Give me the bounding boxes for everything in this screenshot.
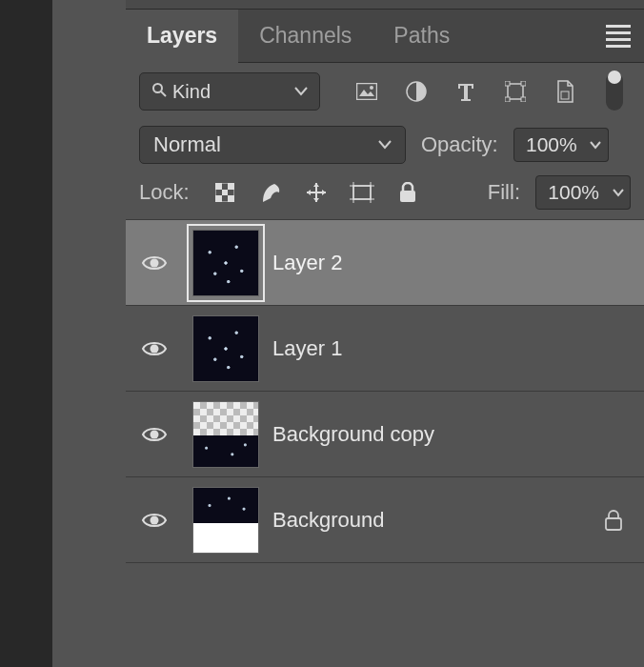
svg-rect-16 — [215, 195, 222, 202]
svg-line-1 — [161, 91, 166, 96]
layer-thumbnail[interactable] — [187, 224, 265, 302]
svg-rect-11 — [561, 91, 569, 99]
filter-type-icon[interactable] — [453, 79, 478, 104]
svg-rect-14 — [228, 183, 234, 190]
fill-label: Fill: — [488, 180, 520, 205]
svg-point-0 — [153, 84, 162, 92]
lock-all-icon[interactable] — [395, 180, 420, 205]
layer-name[interactable]: Background copy — [272, 422, 644, 447]
opacity-chevron[interactable] — [584, 128, 609, 162]
filter-type-icons — [354, 79, 577, 104]
layer-name[interactable]: Background — [272, 508, 594, 533]
svg-rect-23 — [400, 191, 415, 202]
svg-rect-7 — [505, 81, 510, 86]
svg-rect-28 — [606, 518, 621, 530]
svg-point-4 — [370, 86, 373, 90]
svg-marker-3 — [359, 90, 374, 96]
blend-row: Normal Opacity: 100% — [126, 120, 644, 170]
svg-rect-2 — [357, 84, 377, 100]
search-icon — [151, 82, 167, 102]
svg-rect-9 — [505, 97, 510, 102]
filter-row: Kind — [126, 63, 644, 120]
canvas-area — [0, 0, 52, 667]
filter-shape-icon[interactable] — [503, 79, 528, 104]
visibility-toggle[interactable] — [126, 253, 183, 273]
filter-kind-dropdown[interactable]: Kind — [139, 72, 320, 111]
visibility-toggle[interactable] — [126, 425, 183, 444]
svg-point-25 — [151, 344, 159, 353]
filter-adjustment-icon[interactable] — [404, 79, 429, 104]
filter-kind-label: Kind — [172, 81, 211, 103]
lock-image-icon[interactable] — [258, 180, 283, 205]
svg-rect-8 — [521, 81, 526, 86]
panel-tabs: Layers Channels Paths — [126, 10, 644, 63]
layer-list: Layer 2Layer 1Background copyBackground — [126, 220, 644, 563]
tab-layers[interactable]: Layers — [126, 10, 238, 63]
layer-thumbnail[interactable] — [187, 310, 265, 388]
visibility-toggle[interactable] — [126, 339, 183, 358]
layer-name[interactable]: Layer 2 — [272, 251, 644, 275]
svg-rect-10 — [521, 97, 526, 102]
blend-mode-dropdown[interactable]: Normal — [139, 126, 406, 164]
filter-toggle[interactable] — [606, 72, 623, 111]
layer-row[interactable]: Layer 1 — [126, 306, 644, 392]
layer-name[interactable]: Layer 1 — [272, 336, 644, 361]
layer-row[interactable]: Background copy — [126, 392, 644, 477]
lock-row: Lock: Fill: 100% — [126, 170, 644, 215]
opacity-value[interactable]: 100% — [513, 128, 588, 162]
filter-smartobject-icon[interactable] — [553, 79, 577, 104]
visibility-toggle[interactable] — [126, 511, 183, 530]
panel-top-strip — [126, 0, 644, 10]
lock-transparency-icon[interactable] — [212, 180, 237, 205]
svg-rect-18 — [353, 186, 371, 199]
opacity-label: Opacity: — [421, 132, 498, 157]
svg-point-27 — [151, 515, 159, 524]
svg-rect-15 — [222, 190, 228, 195]
lock-position-icon[interactable] — [304, 180, 329, 205]
fill-chevron[interactable] — [606, 175, 631, 210]
chevron-down-icon — [294, 87, 308, 96]
lock-label: Lock: — [139, 180, 190, 205]
filter-pixel-icon[interactable] — [354, 79, 379, 104]
panel-menu-icon[interactable] — [606, 21, 631, 51]
tab-channels[interactable]: Channels — [238, 10, 372, 63]
chevron-down-icon — [378, 140, 392, 150]
lock-icons — [212, 180, 420, 205]
layer-thumbnail[interactable] — [187, 395, 265, 474]
layer-row[interactable]: Background — [126, 477, 644, 563]
tab-paths[interactable]: Paths — [372, 10, 471, 63]
layer-thumbnail[interactable] — [187, 481, 265, 559]
svg-rect-13 — [215, 183, 222, 190]
svg-point-24 — [151, 258, 159, 267]
blend-mode-value: Normal — [153, 132, 221, 157]
svg-rect-17 — [228, 195, 234, 202]
svg-point-26 — [151, 430, 159, 438]
lock-icon[interactable] — [594, 510, 633, 531]
fill-value[interactable]: 100% — [535, 175, 610, 210]
layer-row[interactable]: Layer 2 — [126, 220, 644, 306]
panel-gutter — [52, 0, 126, 667]
layers-panel: Layers Channels Paths Kind — [126, 0, 644, 667]
lock-artboard-icon[interactable] — [350, 180, 374, 205]
